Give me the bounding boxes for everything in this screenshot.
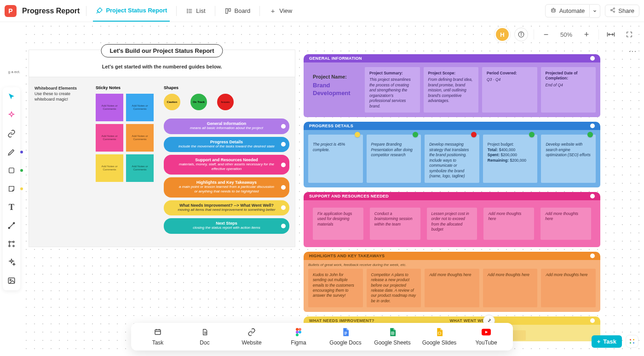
- svg-point-41: [296, 333, 299, 336]
- tab-add-view[interactable]: + View: [266, 0, 295, 22]
- svg-point-37: [296, 328, 299, 331]
- cursor-tool[interactable]: [6, 92, 17, 102]
- section-support: SUPPORT AND RESOURCES NEEDED Fix applica…: [304, 192, 600, 247]
- fullscreen-button[interactable]: [623, 28, 636, 41]
- svg-point-51: [633, 339, 634, 340]
- info-card[interactable]: Period Covered:Q3 - Q4: [482, 67, 537, 113]
- insert-doc[interactable]: Doc: [184, 328, 226, 346]
- plus-icon: +: [597, 338, 601, 345]
- avatar[interactable]: H: [496, 28, 509, 41]
- status-shape[interactable]: On Track: [190, 94, 207, 110]
- insert-task[interactable]: Task: [137, 328, 179, 346]
- info-card[interactable]: Project Scope:From defining brand idea, …: [424, 67, 479, 113]
- section-progress: PROGRESS DETAILS The project is 45% comp…: [304, 122, 600, 187]
- zoom-out-button[interactable]: −: [540, 28, 552, 41]
- progress-card[interactable]: Project budget:Total: $400,000Spent: $20…: [483, 135, 538, 182]
- insert-figma[interactable]: Figma: [277, 328, 320, 346]
- svg-rect-34: [155, 330, 161, 335]
- tab-label: View: [279, 7, 292, 14]
- svg-point-9: [552, 10, 552, 11]
- ai-tool[interactable]: [6, 110, 17, 120]
- share-icon: [610, 7, 615, 14]
- insert-gdoc[interactable]: Google Docs: [324, 328, 367, 346]
- svg-line-16: [612, 11, 614, 11]
- create-task-fab[interactable]: + Task: [592, 335, 622, 348]
- pen-tool[interactable]: [6, 147, 17, 157]
- svg-rect-23: [9, 168, 14, 173]
- insert-youtube[interactable]: YouTube: [465, 328, 507, 346]
- info-card[interactable]: Projected Date of Completion:End of Q4: [541, 67, 596, 113]
- report-panel: GENERAL INFORMATION Project Name: Brand …: [304, 54, 600, 341]
- link-tool[interactable]: [6, 129, 17, 139]
- insert-gsheet[interactable]: Google Sheets: [371, 328, 414, 346]
- text-tool[interactable]: T: [6, 202, 17, 212]
- section-shape[interactable]: What Needs Improvement? --> What Went We…: [164, 200, 289, 216]
- section-header: GENERAL INFORMATION: [304, 54, 600, 62]
- support-card[interactable]: Fix application bugs used for designing …: [313, 208, 363, 240]
- svg-point-38: [299, 328, 301, 331]
- info-card[interactable]: Project Summary:This project streamlines…: [365, 67, 420, 113]
- automate-dropdown[interactable]: [590, 4, 600, 18]
- svg-point-53: [633, 342, 634, 344]
- connector-tool[interactable]: [6, 220, 17, 231]
- svg-point-3: [187, 9, 188, 9]
- sparkle-tool[interactable]: [6, 257, 17, 267]
- shape-tool[interactable]: [6, 165, 17, 175]
- svg-line-15: [612, 9, 614, 10]
- apps-grid-button[interactable]: [626, 335, 638, 348]
- share-label: Share: [618, 7, 634, 14]
- section-shape[interactable]: Support and Resources Neededmaterials, m…: [164, 155, 289, 175]
- guide-col1: Whiteboard Elements Use these to create …: [34, 85, 87, 237]
- image-tool[interactable]: [6, 276, 17, 286]
- tool-dock: T: [3, 87, 20, 290]
- support-card[interactable]: Add more thoughts here: [540, 208, 591, 240]
- automate-button[interactable]: Automate: [545, 4, 590, 17]
- tab-list[interactable]: List: [183, 0, 208, 22]
- tab-board[interactable]: Board: [222, 0, 253, 22]
- progress-card[interactable]: Prepare Branding Presentation after doin…: [367, 135, 421, 182]
- zoom-in-button[interactable]: +: [580, 28, 593, 41]
- section-shape[interactable]: General Informationmeans all basic infor…: [164, 119, 289, 134]
- board-icon: [224, 7, 232, 15]
- more-options-button[interactable]: ⋯: [628, 46, 638, 56]
- sticky-tool[interactable]: [6, 184, 17, 194]
- share-button[interactable]: Share: [605, 5, 639, 17]
- section-shape[interactable]: Progress Detailsinclude the movement of …: [164, 137, 289, 153]
- highlight-card[interactable]: Add more thoughts here: [483, 269, 538, 308]
- sample-sticky[interactable]: Add Notes or Comments: [126, 124, 154, 152]
- guide-card: Let's Build our Project Status Report Le…: [29, 50, 295, 247]
- highlight-card[interactable]: Add more thoughts here: [541, 269, 596, 308]
- section-shape[interactable]: Next Stepsclosing the status report with…: [164, 218, 289, 234]
- app-icon: P: [5, 5, 17, 17]
- svg-point-50: [630, 339, 631, 340]
- topbar: P Progress Report Project Status Report …: [0, 0, 644, 22]
- insert-gslide[interactable]: Google Slides: [418, 328, 460, 346]
- sample-sticky[interactable]: Add Notes or Comments: [126, 94, 154, 121]
- progress-card[interactable]: Develop messaging strategy that translat…: [425, 135, 479, 182]
- section-shape[interactable]: Highlights and Key Takeawaysa main point…: [164, 177, 289, 197]
- svg-rect-43: [345, 333, 347, 333]
- highlight-card[interactable]: Competitor A plans to release a new prod…: [367, 269, 421, 308]
- guide-shapes-col: Shapes CautionOn TrackIssues General Inf…: [164, 85, 289, 237]
- status-shape[interactable]: Caution: [164, 94, 180, 110]
- sample-sticky[interactable]: Add Notes or Comments: [96, 154, 123, 182]
- highlight-card[interactable]: Add more thoughts here: [425, 269, 479, 308]
- progress-card[interactable]: The project is 45% complete.: [308, 135, 363, 182]
- support-card[interactable]: Lessen project cost in order not to exce…: [427, 208, 477, 240]
- more-tool[interactable]: [6, 239, 17, 249]
- tab-label: List: [196, 7, 205, 14]
- sample-sticky[interactable]: Add Notes or Comments: [96, 124, 123, 152]
- status-shape[interactable]: Issues: [217, 94, 234, 110]
- separator: [259, 6, 260, 16]
- progress-card[interactable]: Develop website with search engine optim…: [541, 135, 596, 182]
- support-card[interactable]: Conduct a brainstorming session within t…: [370, 208, 420, 240]
- support-card[interactable]: Add more thoughts here: [483, 208, 534, 240]
- sample-sticky[interactable]: Add Notes or Comments: [126, 154, 154, 182]
- svg-point-5: [187, 12, 188, 12]
- info-button[interactable]: [514, 28, 528, 41]
- fit-width-button[interactable]: [604, 28, 617, 41]
- highlight-card[interactable]: Kudos to John for sending out multiple e…: [308, 269, 363, 308]
- insert-link[interactable]: Website: [230, 328, 273, 346]
- tab-project-status-report[interactable]: Project Status Report: [93, 0, 170, 22]
- sample-sticky[interactable]: Add Notes or Comments: [96, 94, 123, 121]
